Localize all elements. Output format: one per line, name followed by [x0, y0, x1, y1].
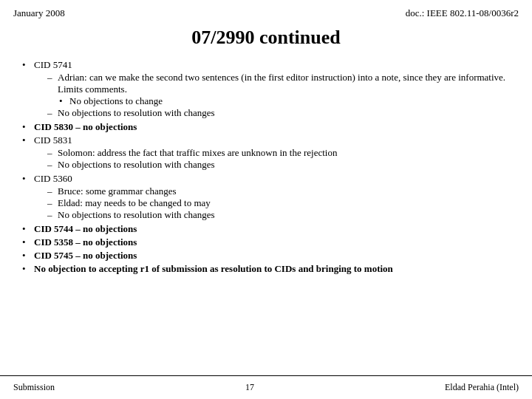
sub-item-text: No objections to resolution with changes: [58, 107, 215, 119]
item-label: CID 5745 – no objections: [34, 250, 137, 261]
item-label: No objection to accepting r1 of submissi…: [34, 263, 393, 274]
item-content: CID 5830 – no objections: [34, 121, 510, 133]
bullet-point: •: [22, 223, 34, 235]
bullet-point: •: [22, 263, 34, 275]
footer-center: 17: [245, 382, 254, 393]
sub-item-text: Solomon: address the fact that traffic m…: [58, 147, 337, 159]
item-label: CID 5360: [34, 173, 72, 184]
bullet-point: •: [22, 121, 34, 133]
dash: –: [47, 147, 58, 159]
item-label: CID 5744 – no objections: [34, 223, 137, 234]
content-area: •CID 5741–Adrian: can we make the second…: [0, 59, 532, 375]
list-item: •No objection to accepting r1 of submiss…: [22, 263, 510, 275]
sub-sub-list: •No objections to change: [47, 95, 510, 107]
item-content: CID 5831–Solomon: address the fact that …: [34, 134, 510, 171]
sub-item: –No objections to resolution with change…: [47, 209, 510, 221]
sub-list: –Adrian: can we make the second two sent…: [34, 72, 510, 119]
dash: –: [47, 159, 58, 171]
bullet-point: •: [22, 134, 34, 146]
page: January 2008 doc.: IEEE 802.11-08/0036r2…: [0, 0, 532, 399]
page-title: 07/2990 continued: [0, 22, 532, 59]
list-item: •CID 5358 – no objections: [22, 236, 510, 248]
item-content: No objection to accepting r1 of submissi…: [34, 263, 510, 275]
item-label: CID 5741: [34, 59, 72, 70]
footer: Submission 17 Eldad Perahia (Intel): [0, 375, 532, 399]
dash: –: [47, 197, 58, 209]
bullet-dot: •: [59, 95, 69, 107]
sub-item-text: Eldad: may needs to be changed to may: [58, 197, 211, 209]
sub-item-text: Bruce: some grammar changes: [58, 185, 177, 197]
list-item: •CID 5831–Solomon: address the fact that…: [22, 134, 510, 171]
list-item: •CID 5741–Adrian: can we make the second…: [22, 59, 510, 120]
dash: –: [47, 209, 58, 221]
item-content: CID 5358 – no objections: [34, 236, 510, 248]
bullet-point: •: [22, 250, 34, 262]
bullet-point: •: [22, 173, 34, 185]
list-item: •CID 5745 – no objections: [22, 250, 510, 262]
sub-list: –Solomon: address the fact that traffic …: [34, 147, 510, 171]
dash: –: [47, 185, 58, 197]
sub-item: –No objections to resolution with change…: [47, 107, 510, 119]
item-content: CID 5745 – no objections: [34, 250, 510, 262]
list-item: •CID 5830 – no objections: [22, 121, 510, 133]
sub-list: –Bruce: some grammar changes–Eldad: may …: [34, 185, 510, 221]
item-content: CID 5744 – no objections: [34, 223, 510, 235]
sub-item-text: Adrian: can we make the second two sente…: [58, 72, 510, 95]
item-content: CID 5360–Bruce: some grammar changes–Eld…: [34, 173, 510, 222]
sub-item: –Solomon: address the fact that traffic …: [47, 147, 510, 159]
item-label: CID 5831: [34, 134, 72, 146]
item-label: CID 5830 – no objections: [34, 121, 137, 132]
sub-item: –Bruce: some grammar changes: [47, 185, 510, 197]
sub-item-text: No objections to resolution with changes: [58, 159, 215, 171]
sub-item: –Adrian: can we make the second two sent…: [47, 72, 510, 95]
dash: –: [47, 72, 58, 83]
header: January 2008 doc.: IEEE 802.11-08/0036r2: [0, 0, 532, 22]
list-item: •CID 5744 – no objections: [22, 223, 510, 235]
item-label: CID 5358 – no objections: [34, 236, 137, 248]
header-right: doc.: IEEE 802.11-08/0036r2: [406, 7, 519, 19]
sub-item: –Eldad: may needs to be changed to may: [47, 197, 510, 209]
sub-item-text: No objections to resolution with changes: [58, 209, 215, 221]
item-content: CID 5741–Adrian: can we make the second …: [34, 59, 510, 120]
sub-sub-item-text: No objections to change: [69, 95, 163, 107]
list-item: •CID 5360–Bruce: some grammar changes–El…: [22, 173, 510, 222]
footer-right: Eldad Perahia (Intel): [445, 382, 519, 393]
header-left: January 2008: [13, 7, 65, 19]
footer-left: Submission: [13, 382, 55, 393]
dash: –: [47, 107, 58, 119]
sub-sub-item: •No objections to change: [59, 95, 510, 107]
bullet-point: •: [22, 236, 34, 248]
sub-item: –No objections to resolution with change…: [47, 159, 510, 171]
bullet-point: •: [22, 59, 34, 71]
